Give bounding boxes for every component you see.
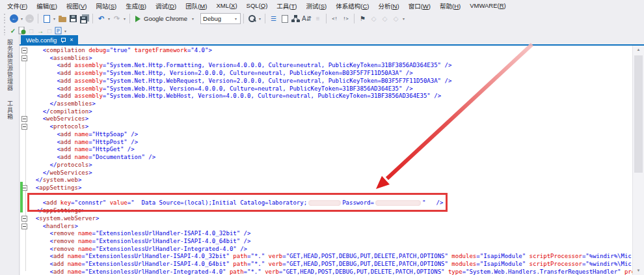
fold-collapse-icon[interactable] (21, 216, 27, 222)
vertical-scrollbar[interactable]: ▲ ▼ (632, 46, 644, 275)
scroll-up-icon[interactable]: ▲ (633, 46, 644, 54)
fold-gutter (20, 246, 29, 253)
save-button[interactable] (68, 13, 79, 24)
scrollbar-thumb[interactable] (634, 55, 643, 173)
menu-item[interactable]: 帮助(H) (435, 0, 465, 12)
menu-item[interactable]: VMWARE(R) (465, 1, 511, 10)
tab-title: Web.config (26, 36, 57, 44)
reformat-button[interactable]: □ (27, 27, 36, 35)
menu-item[interactable]: 体系结构(C) (331, 0, 373, 12)
uncomment-icon: !> (343, 16, 348, 22)
next-bookmark-icon: ◇ (382, 15, 388, 22)
undo-button[interactable]: ↶ (96, 13, 107, 24)
solution-configuration-select[interactable]: Debug ▾ (200, 13, 241, 24)
open-file-button[interactable] (57, 13, 68, 24)
menu-item[interactable]: 调试(D) (151, 0, 181, 12)
tab-web-config[interactable]: Web.config × (21, 35, 78, 44)
fold-collapse-icon[interactable] (21, 48, 27, 53)
fold-gutter (20, 238, 29, 246)
menu-item[interactable]: 网站(S) (92, 0, 122, 12)
validate-check-icon: ✓ (10, 27, 16, 35)
toolbar-overflow-icon[interactable]: ▾ (63, 29, 68, 33)
prev-bookmark-button[interactable]: ◇ (368, 13, 379, 24)
sort-button[interactable]: A⇵ (301, 13, 312, 24)
redo-icon: ↷ (114, 14, 120, 23)
menu-item[interactable]: 工具(T) (272, 0, 301, 12)
code-line: <add name="HttpSoap" /> (20, 131, 632, 139)
scroll-down-icon[interactable]: ▼ (633, 267, 644, 275)
menu-item[interactable]: 测试(S) (302, 0, 332, 12)
redo-button[interactable]: ↷ (111, 13, 122, 24)
toolbar-separator (38, 14, 38, 23)
navigate-back-button[interactable]: ← (8, 13, 20, 24)
menu-item[interactable]: 分析(N) (373, 0, 403, 12)
menu-item[interactable]: 生成(B) (121, 0, 151, 12)
menu-item[interactable]: 视图(V) (62, 0, 92, 12)
toolbar-grip[interactable] (4, 26, 7, 36)
back-to-source-button[interactable]: □ (45, 27, 54, 35)
redo-dropdown-icon[interactable]: ▾ (122, 16, 127, 21)
schemas-button[interactable] (54, 27, 63, 35)
toolbar-separator (92, 14, 93, 23)
find-icon (248, 14, 256, 23)
navigate-forward-button[interactable]: → (24, 13, 35, 24)
format-document-button[interactable]: ≡ (312, 13, 323, 24)
comment-button[interactable]: <! (329, 13, 340, 24)
side-tab-0[interactable]: 服务器资源管理器 (6, 39, 14, 91)
toolbar-grip[interactable] (4, 14, 7, 23)
navigate-back-dropdown-icon[interactable]: ▾ (20, 16, 24, 21)
menu-item[interactable]: 窗口(W) (404, 0, 435, 12)
code-line: <system.webServer> (20, 215, 632, 223)
toolbar-overflow-icon[interactable]: ▾ (401, 16, 406, 21)
next-bookmark-button[interactable]: ◇ (379, 13, 390, 24)
menu-item[interactable]: 编辑(E) (32, 0, 62, 12)
fold-collapse-icon[interactable] (21, 124, 27, 130)
menu-bar: 文件(F)编辑(E)视图(V)网站(S)生成(B)调试(D)团队(M)XML(X… (0, 0, 644, 11)
new-query-button[interactable] (279, 13, 290, 24)
toolbar-separator (354, 14, 355, 23)
side-tab-1[interactable]: 工具箱 (6, 100, 14, 120)
code-line: </webServices> (20, 169, 632, 177)
schema-view-button[interactable] (290, 13, 301, 24)
document-outline-button[interactable]: ☰ (268, 13, 279, 24)
code-line: <add name="HttpGet" /> (20, 146, 632, 154)
menu-item[interactable]: XML(X) (211, 1, 241, 10)
new-file-dropdown-icon[interactable]: ▾ (52, 16, 57, 21)
close-icon[interactable]: × (70, 37, 73, 43)
undo-dropdown-icon[interactable]: ▾ (107, 16, 111, 21)
find-in-files-button[interactable] (247, 13, 258, 24)
start-debugging-button[interactable]: Google Chrome ▾ (133, 14, 198, 23)
save-all-button[interactable] (79, 13, 90, 24)
menu-item[interactable]: 文件(F) (3, 0, 32, 12)
toggle-bookmark-button[interactable]: ⚑ (357, 13, 368, 24)
menu-item[interactable]: 团队(M) (181, 0, 211, 12)
wellformed-doc-icon (18, 27, 26, 35)
fold-collapse-icon[interactable] (21, 224, 27, 229)
validate-xml-button[interactable]: ✓ (8, 27, 18, 35)
uncomment-button[interactable]: !> (340, 13, 351, 24)
fold-collapse-icon[interactable] (21, 55, 27, 61)
redacted-text (308, 200, 341, 206)
schema-tree-icon (291, 15, 300, 23)
go-to-definition-button[interactable]: → (36, 27, 45, 35)
fold-gutter (20, 47, 29, 55)
code-editor[interactable]: <compilation debug="true" targetFramewor… (20, 46, 632, 275)
clear-bookmarks-button[interactable]: ◇ (390, 13, 401, 24)
change-tracking-bar (20, 182, 23, 212)
toolbar-overflow-icon[interactable]: ▾ (258, 16, 262, 21)
code-line: <add assembly="System.Net.Http.Formattin… (20, 62, 632, 70)
fold-collapse-icon[interactable] (21, 116, 27, 122)
code-line: <add assembly="System.Web.Http, Version=… (20, 85, 632, 93)
green-arrow-icon: → (37, 27, 44, 35)
pin-icon[interactable] (60, 37, 66, 43)
gray-doc-icon: □ (47, 27, 51, 35)
check-wellformed-button[interactable] (18, 27, 27, 35)
code-line: </compilation> (20, 108, 632, 116)
new-file-icon (44, 15, 50, 23)
open-folder-icon (59, 17, 66, 22)
menu-item[interactable]: SQL(Q) (242, 1, 273, 10)
format-icon: ≡ (316, 15, 320, 22)
code-line: <remove name="ExtensionlessUrlHandler-In… (20, 246, 632, 253)
new-file-button[interactable] (41, 13, 52, 24)
document-icon (282, 15, 288, 23)
